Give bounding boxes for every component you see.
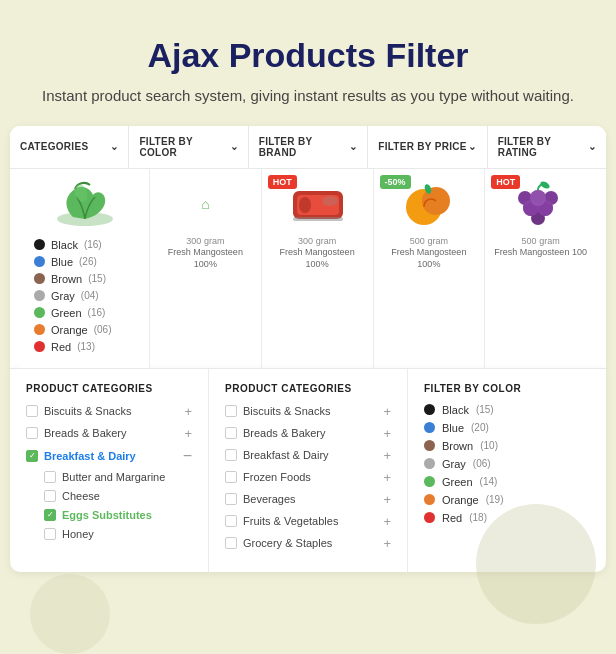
color-orange-filter[interactable]: Orange (19) <box>424 494 590 506</box>
blue-dot <box>34 256 45 267</box>
checkbox-breakfast[interactable]: ✓ <box>26 450 38 462</box>
filter-color[interactable]: FILTER BY COLOR ⌄ <box>129 126 248 168</box>
color-gray[interactable]: Gray (04) <box>34 290 135 302</box>
brown-dot <box>34 273 45 284</box>
mid-cat-breads[interactable]: Breads & Bakery + <box>225 426 391 441</box>
cat-item-breakfast[interactable]: ✓ Breakfast & Dairy − <box>26 448 192 464</box>
orange-dot <box>424 494 435 505</box>
filter-widget: CATEGORIES ⌄ FILTER BY COLOR ⌄ FILTER BY… <box>10 126 606 368</box>
checkbox-breads[interactable] <box>26 427 38 439</box>
mid-cat-breakfast[interactable]: Breakfast & Dairy + <box>225 448 391 463</box>
filter-rating[interactable]: FILTER BY RATING ⌄ <box>488 126 606 168</box>
orange-dot <box>34 324 45 335</box>
mid-cat-biscuits[interactable]: Biscuits & Snacks + <box>225 404 391 419</box>
color-brown[interactable]: Brown (15) <box>34 273 135 285</box>
middle-panel: PRODUCT CATEGORIES Biscuits & Snacks + B… <box>209 369 408 572</box>
cat-item-eggs[interactable]: ✓ Eggs Substitutes <box>26 509 192 521</box>
chevron-down-icon: ⌄ <box>349 141 357 152</box>
cat-item-cheese[interactable]: Cheese <box>26 490 192 502</box>
page-header: Ajax Products Filter Instant product sea… <box>0 0 616 126</box>
middle-panel-title: PRODUCT CATEGORIES <box>225 383 391 394</box>
checkbox-eggs[interactable]: ✓ <box>44 509 56 521</box>
product-card-3[interactable]: -50% 500 gram Fresh Mangosteen 100% <box>374 169 486 368</box>
green-dot <box>424 476 435 487</box>
svg-point-4 <box>299 197 311 213</box>
checkbox-honey[interactable] <box>44 528 56 540</box>
color-blue-filter[interactable]: Blue (20) <box>424 422 590 434</box>
color-black-filter[interactable]: Black (15) <box>424 404 590 416</box>
brown-dot <box>424 440 435 451</box>
product-card-2[interactable]: HOT 300 gram Fresh Mangosteen 100% <box>262 169 374 368</box>
mid-cat-frozen[interactable]: Frozen Foods + <box>225 470 391 485</box>
veggie-image <box>34 179 135 231</box>
svg-point-5 <box>322 196 338 206</box>
red-dot <box>34 341 45 352</box>
decorative-blob-2 <box>30 574 110 654</box>
right-panel-title: FILTER BY COLOR <box>424 383 590 394</box>
green-dot <box>34 307 45 318</box>
hot-badge-2: HOT <box>491 175 520 189</box>
filter-brand[interactable]: FILTER BY BRAND ⌄ <box>249 126 368 168</box>
checkbox-butter[interactable] <box>44 471 56 483</box>
hot-badge: HOT <box>268 175 297 189</box>
filter-categories[interactable]: CATEGORIES ⌄ <box>10 126 129 168</box>
cat-item-biscuits[interactable]: Biscuits & Snacks + <box>26 404 192 419</box>
color-orange[interactable]: Orange (06) <box>34 324 135 336</box>
black-dot <box>34 239 45 250</box>
left-panel: PRODUCT CATEGORIES Biscuits & Snacks + B… <box>10 369 209 572</box>
black-dot <box>424 404 435 415</box>
mid-cat-fruits[interactable]: Fruits & Vegetables + <box>225 514 391 529</box>
product-card-4[interactable]: HOT 500 gram Fr <box>485 169 596 368</box>
color-filter-panel: Black (16) Blue (26) Brown (15) Gray (04… <box>20 169 150 368</box>
filter-bar: CATEGORIES ⌄ FILTER BY COLOR ⌄ FILTER BY… <box>10 126 606 169</box>
page-title: Ajax Products Filter <box>20 36 596 75</box>
svg-point-19 <box>539 180 551 190</box>
cat-item-honey[interactable]: Honey <box>26 528 192 540</box>
color-black[interactable]: Black (16) <box>34 239 135 251</box>
color-red[interactable]: Red (13) <box>34 341 135 353</box>
svg-point-18 <box>530 190 546 206</box>
color-red-filter[interactable]: Red (18) <box>424 512 590 524</box>
gray-dot <box>424 458 435 469</box>
sale-badge: -50% <box>380 175 411 189</box>
right-panel: FILTER BY COLOR Black (15) Blue (20) Bro… <box>408 369 606 572</box>
checkbox-cheese[interactable] <box>44 490 56 502</box>
page-subtitle: Instant product search system, giving in… <box>20 85 596 108</box>
color-green-filter[interactable]: Green (14) <box>424 476 590 488</box>
chevron-down-icon: ⌄ <box>110 141 118 152</box>
product-image-1: ⌂ <box>170 177 240 232</box>
color-green[interactable]: Green (16) <box>34 307 135 319</box>
products-row: Black (16) Blue (26) Brown (15) Gray (04… <box>20 169 596 368</box>
cat-item-breads[interactable]: Breads & Bakery + <box>26 426 192 441</box>
blue-dot <box>424 422 435 433</box>
checkbox-biscuits[interactable] <box>26 405 38 417</box>
chevron-down-icon: ⌄ <box>468 141 476 152</box>
svg-rect-6 <box>293 217 343 221</box>
home-icon: ⌂ <box>201 196 209 212</box>
color-gray-filter[interactable]: Gray (06) <box>424 458 590 470</box>
left-panel-title: PRODUCT CATEGORIES <box>26 383 192 394</box>
bottom-section: PRODUCT CATEGORIES Biscuits & Snacks + B… <box>10 368 606 572</box>
chevron-down-icon: ⌄ <box>230 141 238 152</box>
color-brown-filter[interactable]: Brown (10) <box>424 440 590 452</box>
filter-price[interactable]: FILTER BY PRICE ⌄ <box>368 126 487 168</box>
mid-cat-grocery[interactable]: Grocery & Staples + <box>225 536 391 551</box>
gray-dot <box>34 290 45 301</box>
red-dot <box>424 512 435 523</box>
chevron-down-icon: ⌄ <box>588 141 596 152</box>
color-blue[interactable]: Blue (26) <box>34 256 135 268</box>
cat-item-butter[interactable]: Butter and Margarine <box>26 471 192 483</box>
mid-cat-beverages[interactable]: Beverages + <box>225 492 391 507</box>
product-card-1[interactable]: ⌂ 300 gram Fresh Mangosteen 100% <box>150 169 262 368</box>
